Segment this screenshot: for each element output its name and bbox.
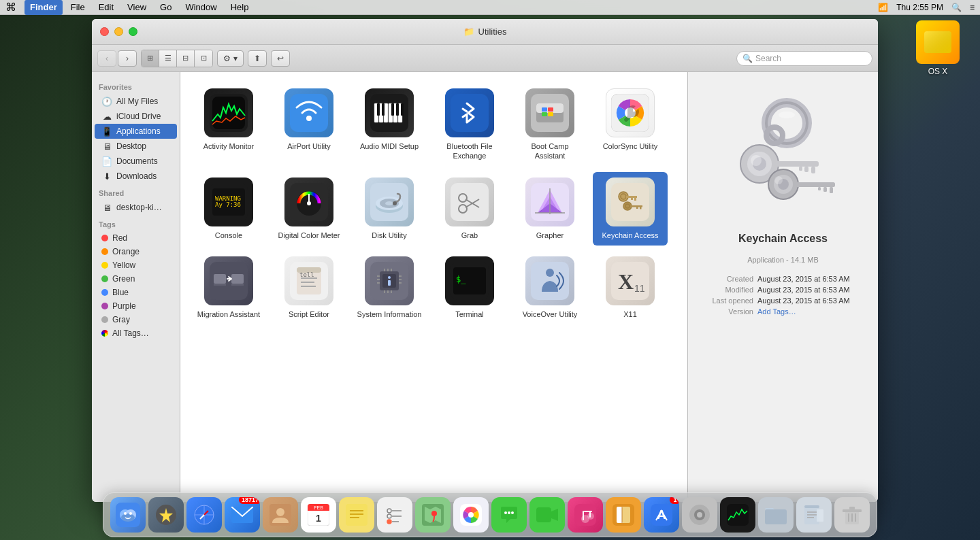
dock-reminders[interactable] xyxy=(377,497,412,533)
menu-window[interactable]: Window xyxy=(180,0,222,15)
dock-calendar[interactable]: 1 FEB xyxy=(301,497,336,533)
app-colorsync[interactable]: ColorSync Utility xyxy=(593,83,668,167)
app-audio-midi[interactable]: Audio MIDI Setup xyxy=(352,83,427,167)
search-box[interactable]: 🔍 Search xyxy=(736,51,872,66)
cover-flow-button[interactable]: ⊡ xyxy=(195,50,212,67)
svg-rect-66 xyxy=(231,284,244,286)
sidebar-item-documents[interactable]: 📄 Documents xyxy=(95,154,177,169)
apple-menu[interactable]: ⌘ xyxy=(5,1,16,14)
svg-rect-165 xyxy=(589,511,591,518)
minimize-button[interactable] xyxy=(114,27,123,36)
app-migration-assistant[interactable]: Migration Assistant xyxy=(191,251,266,324)
app-bootcamp[interactable]: Boot Camp Assistant xyxy=(512,83,587,167)
menu-help[interactable]: Help xyxy=(225,0,255,15)
sidebar-item-all-tags[interactable]: All Tags… xyxy=(95,326,177,340)
dock-system-prefs[interactable] xyxy=(682,497,717,533)
app-terminal[interactable]: $_ Terminal xyxy=(432,251,507,324)
dock-messages[interactable] xyxy=(491,497,527,533)
dock-maps[interactable] xyxy=(415,497,451,533)
sidebar-item-yellow[interactable]: Yellow xyxy=(95,258,177,272)
share-button[interactable]: ⬆ xyxy=(248,50,267,67)
dock-photos[interactable] xyxy=(453,497,489,533)
menu-file[interactable]: File xyxy=(65,0,91,15)
svg-rect-61 xyxy=(636,207,638,209)
icon-view-button[interactable]: ⊞ xyxy=(142,50,159,67)
menu-edit[interactable]: Edit xyxy=(93,0,119,15)
dock-notes[interactable] xyxy=(339,497,374,533)
x11-icon: X 11 xyxy=(606,256,655,305)
dock-finder-folder[interactable] xyxy=(758,497,794,533)
svg-point-156 xyxy=(504,511,507,514)
window-folder-icon: 📁 xyxy=(463,27,474,37)
maximize-button[interactable] xyxy=(129,27,137,36)
dock-itunes[interactable] xyxy=(568,497,603,533)
spotlight-icon[interactable]: 🔍 xyxy=(951,3,962,12)
forward-button[interactable]: › xyxy=(118,50,137,67)
list-view-button[interactable]: ☰ xyxy=(159,50,177,67)
add-tags-link[interactable]: Add Tags… xyxy=(757,307,867,316)
menu-view[interactable]: View xyxy=(122,0,152,15)
menu-go[interactable]: Go xyxy=(154,0,177,15)
svg-rect-164 xyxy=(584,511,592,512)
wifi-icon[interactable]: 📶 xyxy=(878,3,888,12)
notification-icon[interactable]: ≡ xyxy=(970,3,975,12)
app-console[interactable]: WARNING Ay 7:36 Console xyxy=(191,172,266,246)
back-button[interactable]: ‹ xyxy=(97,50,116,67)
dock-appstore[interactable]: 1 A xyxy=(644,497,679,533)
dock-documents[interactable] xyxy=(796,497,832,533)
sidebar-item-gray[interactable]: Gray xyxy=(95,313,177,326)
path-button[interactable]: ↩ xyxy=(271,50,290,67)
sidebar-item-red[interactable]: Red xyxy=(95,231,177,245)
bootcamp-icon xyxy=(525,88,574,137)
script-editor-label: Script Editor xyxy=(289,309,329,319)
svg-rect-54 xyxy=(626,196,637,198)
menu-finder[interactable]: Finder xyxy=(24,0,63,15)
sidebar-label-downloads: Downloads xyxy=(116,171,157,181)
app-x11[interactable]: X 11 X11 xyxy=(593,251,668,324)
sidebar-item-green[interactable]: Green xyxy=(95,272,177,286)
column-view-button[interactable]: ⊟ xyxy=(177,50,195,67)
sidebar-item-desktop[interactable]: 🖥 Desktop xyxy=(95,139,177,154)
close-button[interactable] xyxy=(100,27,109,36)
shared-header: Shared xyxy=(92,184,180,200)
app-activity-monitor[interactable]: Activity Monitor xyxy=(191,83,266,167)
svg-rect-194 xyxy=(849,507,855,509)
app-keychain-access[interactable]: Keychain Access xyxy=(593,172,668,246)
sidebar-item-downloads[interactable]: ⬇ Downloads xyxy=(95,169,177,184)
app-airport-utility[interactable]: AirPort Utility xyxy=(272,83,346,167)
app-digital-color-meter[interactable]: Digital Color Meter xyxy=(272,172,346,246)
sidebar-item-orange[interactable]: Orange xyxy=(95,245,177,258)
airport-icon xyxy=(284,88,333,137)
svg-point-158 xyxy=(511,511,514,514)
app-script-editor[interactable]: tell Script Editor xyxy=(272,251,346,324)
app-disk-utility[interactable]: Disk Utility xyxy=(352,172,427,246)
grab-icon xyxy=(445,178,494,226)
app-voiceover-utility[interactable]: VoiceOver Utility xyxy=(512,251,587,324)
action-button[interactable]: ⚙ ▾ xyxy=(217,50,244,67)
sidebar-item-applications[interactable]: 📱 Applications xyxy=(95,124,177,139)
dock-trash[interactable] xyxy=(834,497,870,533)
sidebar-item-all-my-files[interactable]: 🕐 All My Files xyxy=(95,94,177,109)
svg-rect-184 xyxy=(727,504,749,526)
svg-rect-77 xyxy=(377,275,380,277)
applications-icon: 📱 xyxy=(101,126,112,137)
dock-safari[interactable] xyxy=(186,497,222,533)
dock-contacts[interactable] xyxy=(263,497,298,533)
sidebar-item-desktop-ki[interactable]: 🖥 desktop-ki… xyxy=(95,200,177,215)
dock-ibooks[interactable] xyxy=(606,497,641,533)
sidebar-item-purple[interactable]: Purple xyxy=(95,299,177,313)
app-grapher[interactable]: Grapher xyxy=(512,172,587,246)
app-grab[interactable]: Grab xyxy=(432,172,507,246)
dock-finder[interactable] xyxy=(110,497,146,533)
app-system-information[interactable]: System Information xyxy=(352,251,427,324)
svg-rect-86 xyxy=(384,290,385,293)
sidebar-item-blue[interactable]: Blue xyxy=(95,286,177,299)
dock-launchpad[interactable] xyxy=(148,497,184,533)
dock-activity-monitor[interactable] xyxy=(720,497,755,533)
dock-facetime[interactable] xyxy=(529,497,565,533)
app-bluetooth[interactable]: Bluetooth File Exchange xyxy=(432,83,507,167)
dock-mail[interactable]: 18717 xyxy=(225,497,260,533)
desktop-osx-icon[interactable]: OS X xyxy=(916,20,960,76)
sidebar-item-icloud[interactable]: ☁ iCloud Drive xyxy=(95,109,177,124)
svg-text:tell: tell xyxy=(299,271,314,278)
